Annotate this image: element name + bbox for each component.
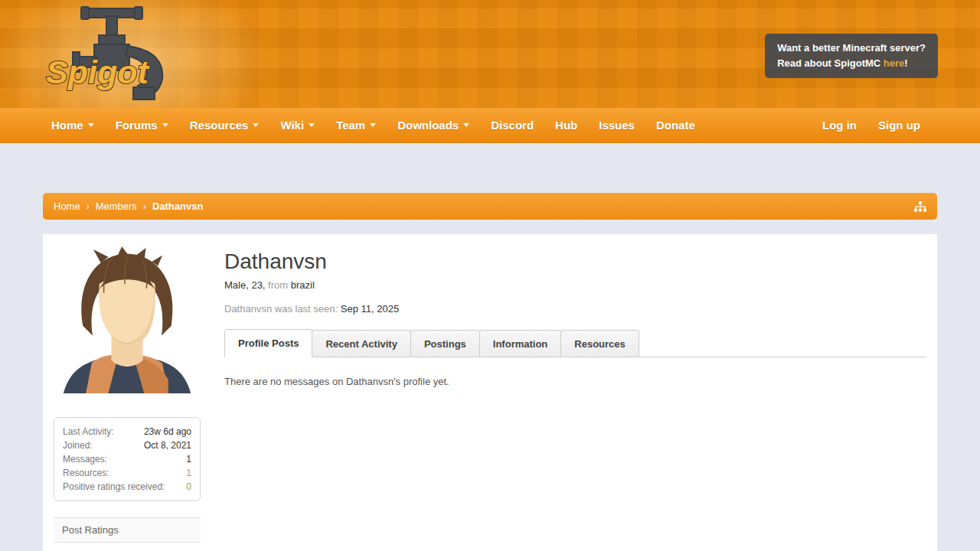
stat-value[interactable]: 1 [186, 452, 191, 466]
tab-resources[interactable]: Resources [560, 330, 639, 357]
tab-postings[interactable]: Postings [410, 330, 480, 357]
stat-label: Positive ratings received: [63, 480, 165, 494]
nav-item-donate[interactable]: Donate [645, 108, 706, 142]
nav-label: Log in [822, 119, 857, 132]
breadcrumb-members[interactable]: Members [96, 201, 137, 212]
post-ratings-title: Post Ratings [54, 517, 201, 543]
nav-item-signup[interactable]: Sign up [867, 108, 931, 142]
last-seen-date: Sep 11, 2025 [341, 303, 399, 315]
user-info-line: Male, 23, from brazil [224, 279, 926, 291]
promo-line2-suffix: ! [904, 57, 907, 69]
nav-item-issues[interactable]: Issues [588, 108, 645, 142]
nav-label: Discord [491, 119, 534, 132]
stat-messages: Messages: 1 [63, 452, 191, 466]
nav-label: Forums [116, 119, 158, 132]
from-label: from [268, 279, 288, 291]
site-header: Spigot Want a better Minecraft server? R… [0, 0, 980, 108]
nav-label: Hub [555, 119, 577, 132]
stat-joined: Joined: Oct 8, 2021 [63, 439, 191, 452]
profile-tabs: Profile Posts Recent Activity Postings I… [224, 329, 926, 357]
post-ratings-section: Post Ratings Received: Given: 0 0 [54, 517, 201, 551]
promo-banner: Want a better Minecraft server? Read abo… [765, 34, 938, 78]
main-nav: Home Forums Resources Wiki Team Download… [0, 108, 980, 143]
chevron-down-icon [463, 123, 469, 127]
stat-value[interactable]: 1 [186, 466, 191, 480]
stat-value: 23w 6d ago [144, 425, 191, 439]
profile-panel: Last Activity: 23w 6d ago Joined: Oct 8,… [43, 234, 937, 551]
promo-line2-text: Read about SpigotMC [777, 57, 884, 69]
nav-label: Home [51, 119, 83, 132]
gender-age-text: Male, 23, [224, 279, 265, 291]
last-seen-label: Dathanvsn was last seen: [224, 303, 338, 315]
stat-value[interactable]: 0 [186, 480, 191, 494]
breadcrumb-separator: › [143, 201, 146, 212]
profile-sidebar: Last Activity: 23w 6d ago Joined: Oct 8,… [54, 245, 201, 551]
tab-profile-posts[interactable]: Profile Posts [224, 329, 312, 357]
chevron-down-icon [162, 123, 168, 127]
profile-main: Dathanvsn Male, 23, from brazil Dathanvs… [224, 245, 926, 387]
breadcrumb-home[interactable]: Home [54, 201, 80, 212]
breadcrumb-separator: › [87, 201, 90, 212]
page-title: Dathanvsn [224, 249, 926, 274]
nav-item-resources[interactable]: Resources [179, 108, 270, 142]
empty-profile-message: There are no messages on Dathanvsn's pro… [224, 376, 926, 387]
stat-label: Joined: [63, 439, 93, 452]
promo-line2: Read about SpigotMC here! [777, 56, 926, 71]
chevron-down-icon [253, 123, 259, 127]
nav-item-wiki[interactable]: Wiki [270, 108, 325, 142]
nav-item-home[interactable]: Home [41, 108, 105, 142]
breadcrumb-current-page: Dathanvsn [152, 201, 203, 212]
chevron-down-icon [88, 123, 94, 127]
nav-label: Downloads [397, 119, 459, 132]
stat-label: Last Activity: [63, 425, 114, 439]
location-link[interactable]: brazil [291, 279, 315, 291]
nav-label: Donate [656, 119, 695, 132]
nav-item-login[interactable]: Log in [812, 108, 867, 142]
nav-item-discord[interactable]: Discord [480, 108, 544, 142]
nav-item-forums[interactable]: Forums [105, 108, 179, 142]
nav-spacer [706, 108, 812, 142]
spigot-logo[interactable]: Spigot [40, 5, 181, 103]
stat-last-activity: Last Activity: 23w 6d ago [63, 425, 191, 439]
tab-information[interactable]: Information [479, 330, 562, 357]
tab-recent-activity[interactable]: Recent Activity [312, 330, 410, 357]
promo-line1: Want a better Minecraft server? [777, 41, 926, 56]
profile-stats-box: Last Activity: 23w 6d ago Joined: Oct 8,… [54, 417, 201, 501]
stat-resources: Resources: 1 [63, 466, 191, 480]
nav-label: Sign up [878, 119, 920, 132]
stat-positive-ratings: Positive ratings received: 0 [63, 480, 191, 494]
stat-value: Oct 8, 2021 [144, 439, 191, 452]
stat-label: Resources: [63, 466, 109, 480]
nav-label: Resources [190, 119, 249, 132]
page-wrapper: Home › Members › Dathanvsn [43, 193, 937, 551]
nav-label: Team [336, 119, 365, 132]
profile-avatar[interactable] [56, 245, 198, 395]
stat-label: Messages: [63, 452, 107, 466]
logo-wordmark: Spigot [46, 54, 149, 90]
nav-item-hub[interactable]: Hub [544, 108, 588, 142]
nav-item-downloads[interactable]: Downloads [387, 108, 480, 142]
nav-label: Issues [599, 119, 635, 132]
promo-here-link[interactable]: here [884, 57, 904, 69]
chevron-down-icon [370, 123, 376, 127]
last-seen-line: Dathanvsn was last seen: Sep 11, 2025 [224, 303, 926, 315]
chevron-down-icon [309, 123, 315, 127]
breadcrumb: Home › Members › Dathanvsn [43, 193, 937, 220]
nav-item-team[interactable]: Team [325, 108, 387, 142]
sitemap-icon[interactable] [914, 201, 926, 212]
nav-label: Wiki [280, 119, 304, 132]
